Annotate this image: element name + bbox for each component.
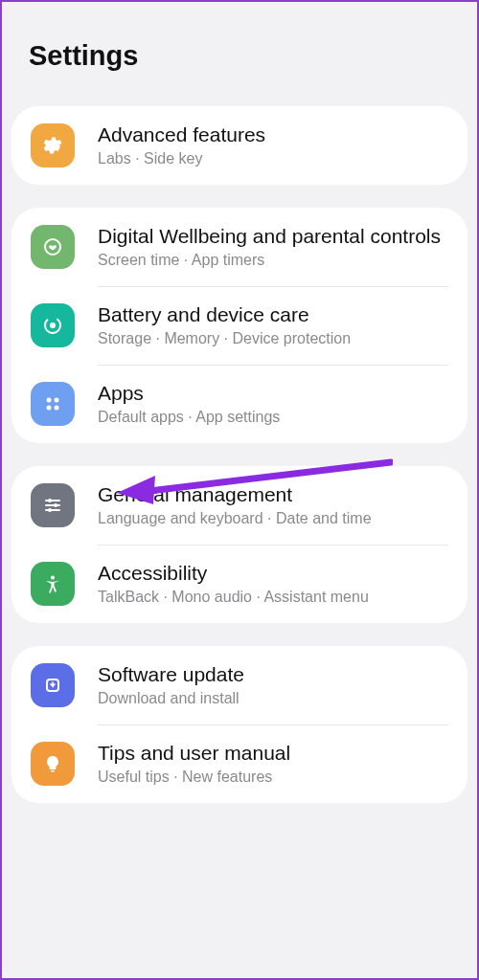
- accessibility-icon: [31, 562, 75, 606]
- settings-group: Digital Wellbeing and parental controls …: [11, 208, 468, 443]
- item-subtitle: Default apps · App settings: [98, 409, 448, 426]
- item-title: Digital Wellbeing and parental controls: [98, 225, 448, 248]
- item-subtitle: Download and install: [98, 690, 448, 707]
- item-text: Advanced features Labs · Side key: [98, 123, 448, 167]
- settings-item-apps[interactable]: Apps Default apps · App settings: [11, 365, 468, 443]
- item-text: Apps Default apps · App settings: [98, 382, 448, 426]
- svg-point-8: [55, 406, 59, 411]
- settings-group: General management Language and keyboard…: [11, 466, 468, 623]
- item-title: Software update: [98, 663, 448, 686]
- apps-icon: [31, 382, 75, 426]
- search-button[interactable]: [422, 42, 450, 71]
- item-title: Tips and user manual: [98, 742, 448, 765]
- item-text: Accessibility TalkBack · Mono audio · As…: [98, 562, 448, 606]
- svg-point-12: [54, 503, 57, 507]
- item-text: Digital Wellbeing and parental controls …: [98, 225, 448, 269]
- settings-group: Software update Download and install Tip…: [11, 646, 468, 803]
- svg-point-15: [51, 576, 55, 580]
- svg-point-6: [55, 398, 59, 403]
- wellbeing-icon: [31, 225, 75, 269]
- settings-item-accessibility[interactable]: Accessibility TalkBack · Mono audio · As…: [11, 545, 468, 623]
- device-care-icon: [31, 303, 75, 347]
- item-title: Apps: [98, 382, 448, 405]
- item-subtitle: Useful tips · New features: [98, 768, 448, 786]
- sliders-icon: [31, 483, 75, 527]
- svg-point-10: [48, 499, 52, 502]
- settings-group: Advanced features Labs · Side key: [11, 106, 468, 185]
- svg-point-4: [50, 323, 56, 328]
- item-text: General management Language and keyboard…: [98, 483, 448, 527]
- item-title: Battery and device care: [98, 303, 448, 326]
- item-title: General management: [98, 483, 448, 506]
- item-subtitle: Language and keyboard · Date and time: [98, 510, 448, 527]
- svg-point-14: [48, 508, 52, 512]
- item-subtitle: Storage · Memory · Device protection: [98, 330, 448, 347]
- item-text: Software update Download and install: [98, 663, 448, 707]
- gear-icon: [31, 123, 75, 167]
- settings-item-software-update[interactable]: Software update Download and install: [11, 646, 468, 724]
- software-update-icon: [31, 663, 75, 707]
- item-subtitle: Labs · Side key: [98, 150, 448, 167]
- item-title: Advanced features: [98, 123, 448, 146]
- settings-item-general-management[interactable]: General management Language and keyboard…: [11, 466, 468, 545]
- page-title: Settings: [29, 40, 138, 72]
- item-text: Battery and device care Storage · Memory…: [98, 303, 448, 347]
- settings-item-advanced-features[interactable]: Advanced features Labs · Side key: [11, 106, 468, 185]
- svg-point-5: [47, 398, 52, 403]
- settings-item-battery-device-care[interactable]: Battery and device care Storage · Memory…: [11, 286, 468, 365]
- svg-point-7: [47, 406, 52, 411]
- item-subtitle: Screen time · App timers: [98, 252, 448, 269]
- item-subtitle: TalkBack · Mono audio · Assistant menu: [98, 589, 448, 606]
- svg-rect-17: [51, 770, 55, 772]
- header: Settings: [2, 2, 477, 106]
- settings-item-tips-user-manual[interactable]: Tips and user manual Useful tips · New f…: [11, 724, 468, 803]
- lightbulb-icon: [31, 742, 75, 786]
- item-title: Accessibility: [98, 562, 448, 585]
- settings-item-digital-wellbeing[interactable]: Digital Wellbeing and parental controls …: [11, 208, 468, 286]
- item-text: Tips and user manual Useful tips · New f…: [98, 742, 448, 786]
